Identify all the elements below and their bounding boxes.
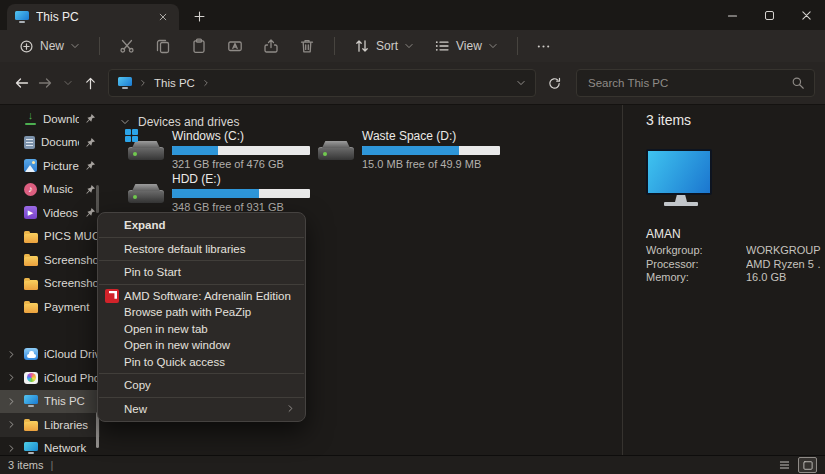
tab-close-icon[interactable] bbox=[155, 9, 171, 25]
sidebar-item-icloud-photos[interactable]: iCloud Photos bbox=[0, 366, 100, 390]
address-dropdown-icon[interactable] bbox=[516, 78, 526, 88]
property-label: Processor: bbox=[646, 258, 746, 272]
sidebar-item-pictures[interactable]: Pictures bbox=[0, 154, 100, 178]
submenu-chevron-icon bbox=[286, 404, 295, 413]
cut-button[interactable] bbox=[110, 34, 144, 58]
drive-usage-fill bbox=[172, 146, 218, 155]
chevron-right-icon[interactable] bbox=[5, 373, 18, 382]
tab-this-pc[interactable]: This PC bbox=[7, 4, 179, 30]
maximize-button[interactable] bbox=[751, 0, 788, 30]
close-button[interactable] bbox=[788, 0, 825, 30]
chevron-right-icon[interactable] bbox=[5, 420, 18, 429]
menu-item-restore-default-libraries[interactable]: Restore default libraries bbox=[98, 241, 305, 258]
menu-item-pin-to-quick-access[interactable]: Pin to Quick access bbox=[98, 354, 305, 371]
minimize-button[interactable] bbox=[714, 0, 751, 30]
recent-locations-button[interactable] bbox=[56, 69, 79, 97]
property-value: WORKGROUP bbox=[746, 244, 821, 258]
menu-item-open-in-new-window[interactable]: Open in new window bbox=[98, 337, 305, 354]
chevron-right-icon[interactable] bbox=[5, 397, 18, 406]
rename-button[interactable] bbox=[218, 34, 252, 58]
libraries-icon bbox=[24, 421, 38, 431]
sidebar-item-label: Libraries bbox=[44, 419, 97, 431]
sidebar-item-payment[interactable]: Payment bbox=[0, 295, 100, 319]
drive-icon bbox=[128, 177, 165, 204]
documents-icon bbox=[24, 136, 35, 149]
drive-usage-fill bbox=[362, 146, 459, 155]
drive-tile-windows-c[interactable]: Windows (C:)321 GB free of 476 GB bbox=[128, 127, 318, 170]
menu-separator bbox=[99, 373, 304, 374]
menu-item-label: Pin to Quick access bbox=[124, 356, 295, 368]
drive-tile-waste-space-d[interactable]: Waste Space (D:)15.0 MB free of 49.9 MB bbox=[318, 127, 508, 170]
share-button[interactable] bbox=[254, 34, 288, 58]
new-button-label: New bbox=[40, 39, 64, 53]
delete-icon bbox=[299, 38, 315, 54]
paste-button[interactable] bbox=[182, 34, 216, 58]
details-view-button[interactable] bbox=[775, 457, 794, 473]
menu-item-pin-to-start[interactable]: Pin to Start bbox=[98, 264, 305, 281]
new-tab-button[interactable] bbox=[190, 7, 208, 25]
menu-item-new[interactable]: New bbox=[98, 401, 305, 418]
breadcrumb[interactable]: This PC bbox=[154, 77, 195, 89]
drive-usage-bar bbox=[172, 189, 310, 198]
sidebar-item-documents[interactable]: Documents bbox=[0, 131, 100, 155]
command-bar: New Sort View bbox=[0, 30, 825, 62]
menu-item-open-in-new-tab[interactable]: Open in new tab bbox=[98, 321, 305, 338]
sidebar-item-downloads[interactable]: Downloads bbox=[0, 107, 100, 131]
drive-tile-hdd-e[interactable]: HDD (E:)348 GB free of 931 GB bbox=[128, 170, 318, 213]
up-button[interactable] bbox=[79, 69, 102, 97]
chevron-right-icon[interactable] bbox=[139, 79, 147, 87]
sidebar-item-label: Screenshots bbox=[44, 277, 97, 289]
large-icons-view-button[interactable] bbox=[798, 457, 817, 473]
windows-logo-square bbox=[132, 129, 138, 135]
refresh-button[interactable] bbox=[540, 69, 568, 97]
more-options-button[interactable] bbox=[530, 34, 558, 58]
property-value: 16.0 GB bbox=[746, 271, 821, 285]
menu-item-label: Open in new tab bbox=[124, 323, 295, 335]
sort-icon bbox=[354, 38, 370, 54]
menu-item-expand[interactable]: Expand bbox=[98, 217, 305, 234]
drive-led-icon bbox=[133, 152, 137, 156]
toolbar-separator bbox=[99, 37, 100, 55]
sort-button[interactable]: Sort bbox=[345, 35, 423, 57]
back-button[interactable] bbox=[10, 69, 33, 97]
sidebar-item-label: Screenshots bbox=[44, 254, 97, 266]
new-button[interactable]: New bbox=[10, 36, 89, 57]
drives-grid: Windows (C:)321 GB free of 476 GBWaste S… bbox=[128, 127, 508, 213]
menu-item-amd-software-adrenalin-edition[interactable]: AMD Software: Adrenalin Edition bbox=[98, 288, 305, 305]
delete-button[interactable] bbox=[290, 34, 324, 58]
chevron-down-icon[interactable] bbox=[120, 117, 130, 127]
view-button-label: View bbox=[456, 39, 482, 53]
copy-button[interactable] bbox=[146, 34, 180, 58]
sidebar-item-libraries[interactable]: Libraries bbox=[0, 413, 100, 437]
toolbar-separator bbox=[517, 37, 518, 55]
context-menu: ExpandRestore default librariesPin to St… bbox=[97, 212, 306, 422]
copy-icon bbox=[155, 38, 171, 54]
sidebar-item-label: Downloads bbox=[43, 113, 79, 125]
search-box[interactable] bbox=[576, 69, 815, 97]
view-button[interactable]: View bbox=[425, 35, 507, 57]
sidebar-item-music[interactable]: Music bbox=[0, 178, 100, 202]
sidebar-item-screenshots[interactable]: Screenshots bbox=[0, 272, 100, 296]
address-bar[interactable]: This PC bbox=[108, 69, 536, 97]
menu-item-copy[interactable]: Copy bbox=[98, 377, 305, 394]
sidebar-item-videos[interactable]: Videos bbox=[0, 201, 100, 225]
tab-title: This PC bbox=[36, 10, 148, 24]
sidebar-item-icloud-drive[interactable]: iCloud Drive bbox=[0, 343, 100, 367]
details-items-count: 3 items bbox=[646, 112, 691, 128]
address-row: This PC bbox=[0, 62, 825, 105]
chevron-right-icon[interactable] bbox=[5, 350, 18, 359]
status-items-count: 3 items bbox=[8, 459, 43, 471]
sidebar-item-pics-muo[interactable]: PICS MUO bbox=[0, 225, 100, 249]
chevron-right-icon[interactable] bbox=[5, 444, 18, 453]
menu-separator bbox=[99, 397, 304, 398]
windows-logo-icon bbox=[125, 129, 138, 142]
menu-item-browse-path-with-peazip[interactable]: Browse path with PeaZip bbox=[98, 304, 305, 321]
windows-logo-square bbox=[125, 136, 131, 142]
sidebar-scrollbar-thumb[interactable] bbox=[96, 185, 99, 213]
file-explorer-window: This PC New Sort View bbox=[0, 0, 825, 474]
sidebar-item-screenshots[interactable]: Screenshots bbox=[0, 248, 100, 272]
sidebar-item-this-pc[interactable]: This PC bbox=[0, 390, 100, 414]
forward-button[interactable] bbox=[33, 69, 56, 97]
search-input[interactable] bbox=[586, 76, 785, 90]
chevron-right-icon[interactable] bbox=[202, 79, 210, 87]
